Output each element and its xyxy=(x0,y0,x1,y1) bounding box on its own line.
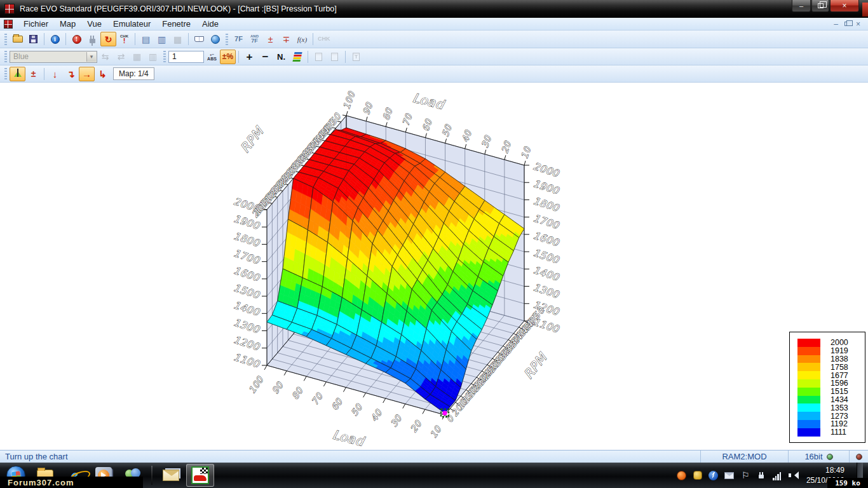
rotate-right-button[interactable]: → xyxy=(79,67,95,81)
taskbar-mail-button[interactable] xyxy=(157,464,185,487)
svg-text:100: 100 xyxy=(247,374,266,395)
dropdown-arrow-icon[interactable]: ▾ xyxy=(86,52,96,62)
increment-limits-button[interactable]: ± xyxy=(262,32,278,46)
mdi-child-icon[interactable] xyxy=(4,20,13,29)
menu-fichier[interactable]: Fichier xyxy=(18,18,54,30)
open-file-button[interactable] xyxy=(10,32,25,46)
map-properties-button[interactable]: ▥ xyxy=(154,32,170,46)
error-check-button[interactable]: ! xyxy=(69,32,85,46)
svg-text:1700: 1700 xyxy=(232,248,261,267)
decrease-value-button[interactable]: − xyxy=(257,50,273,64)
table-add-icon: ▦ xyxy=(133,52,141,61)
set-value-button[interactable]: N. xyxy=(273,50,289,64)
menu-vue[interactable]: Vue xyxy=(81,18,107,30)
pressure-map-3d-chart[interactable]: 1100110012001200130013001400140015001500… xyxy=(0,83,868,450)
tray-plug-icon[interactable] xyxy=(756,470,766,480)
close-button[interactable]: × xyxy=(830,0,859,12)
plug-icon xyxy=(90,39,95,43)
swap-left-icon: ⇆ xyxy=(102,52,109,61)
tray-network-signal-icon[interactable] xyxy=(772,470,782,480)
svg-text:1300: 1300 xyxy=(532,281,561,301)
chk-button[interactable]: CHK xyxy=(316,32,332,46)
color-scale-button[interactable] xyxy=(289,50,305,64)
svg-text:60: 60 xyxy=(329,396,344,412)
toolbar-separator xyxy=(345,51,346,63)
increase-value-button[interactable]: + xyxy=(241,50,257,64)
map-list-button[interactable]: ▤ xyxy=(138,32,154,46)
function-button[interactable]: f(x) xyxy=(294,32,310,46)
status-message: Turn up the chart xyxy=(0,452,700,461)
mdi-close-button[interactable]: × xyxy=(856,20,860,29)
save-file-button[interactable] xyxy=(25,32,41,46)
menu-map[interactable]: Map xyxy=(54,18,81,30)
tray-action-center-flag-icon[interactable]: ⚐ xyxy=(740,470,750,480)
relative-step-button[interactable]: ±% xyxy=(220,50,236,64)
chart-area: 1100110012001200130013001400140015001500… xyxy=(0,83,868,450)
table-insert-button[interactable]: ▦ xyxy=(129,50,145,64)
menu-emulateur[interactable]: Emulateur xyxy=(107,18,156,30)
mdi-restore-button[interactable] xyxy=(844,22,850,26)
swap-prev-button[interactable]: ⇆ xyxy=(97,50,113,64)
svg-text:RPM: RPM xyxy=(237,123,267,156)
toolbar-grip[interactable] xyxy=(163,51,166,62)
emulator-chip-button[interactable]: ▦ xyxy=(170,32,186,46)
rotate-down-alt-button[interactable]: ↴ xyxy=(63,67,79,81)
menu-aide[interactable]: Aide xyxy=(196,18,224,30)
text-view-button[interactable]: T xyxy=(348,50,364,64)
hex-7f-button[interactable]: 7F xyxy=(231,32,247,46)
toolbar-grip[interactable] xyxy=(4,51,7,62)
paste-button[interactable] xyxy=(327,50,342,64)
connect-emulator-button[interactable] xyxy=(85,32,100,46)
restore-icon xyxy=(818,3,824,8)
rotate-down-alt-icon: ↴ xyxy=(67,69,75,79)
copy-button[interactable] xyxy=(311,50,327,64)
rotate-right-alt-button[interactable]: ↳ xyxy=(95,67,111,81)
increment-limits-alt-button[interactable]: ∓ xyxy=(278,32,294,46)
tray-update-icon[interactable] xyxy=(693,470,703,480)
minimize-button[interactable]: – xyxy=(792,0,811,12)
legend-row: 1353 xyxy=(797,403,865,412)
rotate-down-icon: ↓ xyxy=(53,69,58,79)
rotate-right-icon: → xyxy=(82,69,92,79)
taskbar-race-evo-button[interactable] xyxy=(186,464,214,487)
legend-swatch xyxy=(797,428,820,437)
chart-legend: 2000191918381758167715961515143413531273… xyxy=(789,332,865,443)
step-value-input[interactable] xyxy=(168,51,204,63)
checksum-auto-button[interactable]: ↻ xyxy=(100,32,116,46)
absolute-step-button[interactable]: +−ABS xyxy=(204,50,220,64)
table-extend-icon: ▥ xyxy=(149,52,157,61)
file-info-button[interactable]: i xyxy=(47,32,63,46)
toolbar-grip[interactable] xyxy=(4,34,7,45)
toolbar-grip[interactable] xyxy=(226,34,228,45)
toolbar-separator xyxy=(135,33,135,45)
legend-swatch xyxy=(797,371,820,379)
tray-volume-icon[interactable] xyxy=(788,470,798,480)
legend-row: 1838 xyxy=(797,355,865,363)
view-3d-button[interactable] xyxy=(10,67,25,81)
rotate-right-alt-icon: ↳ xyxy=(98,69,107,79)
minus-plus-icon: ∓ xyxy=(283,35,290,44)
svg-text:1900: 1900 xyxy=(532,178,561,197)
tray-mail-icon[interactable] xyxy=(724,470,735,480)
map-indicator: Map: 1/4 xyxy=(113,67,154,80)
tray-power-bolt-icon[interactable] xyxy=(709,470,719,480)
svg-text:1500: 1500 xyxy=(232,282,261,301)
toolbar-grip[interactable] xyxy=(4,68,7,79)
tray-antivirus-icon[interactable] xyxy=(677,470,687,480)
menu-fenetre[interactable]: Fenetre xyxy=(156,18,196,30)
swap-right-icon: ⇄ xyxy=(118,52,125,61)
legend-row: 1111 xyxy=(797,428,865,437)
manual-button[interactable] xyxy=(191,32,207,46)
restore-button[interactable] xyxy=(811,0,829,12)
swap-next-button[interactable]: ⇄ xyxy=(113,50,129,64)
layer-select[interactable]: Blue ▾ xyxy=(10,51,97,63)
legend-swatch xyxy=(797,379,820,388)
axis-scale-button[interactable]: ± xyxy=(25,67,41,81)
rotate-down-button[interactable]: ↓ xyxy=(47,67,63,81)
table-extend-button[interactable]: ▥ xyxy=(145,50,161,64)
website-button[interactable] xyxy=(207,32,223,46)
checksum-warning-button[interactable]: CHK! xyxy=(116,32,132,46)
and-7f-button[interactable]: AND7F xyxy=(247,32,262,46)
scale-plus-minus-icon: ± xyxy=(31,69,36,78)
mdi-minimize-button[interactable]: – xyxy=(834,20,838,29)
